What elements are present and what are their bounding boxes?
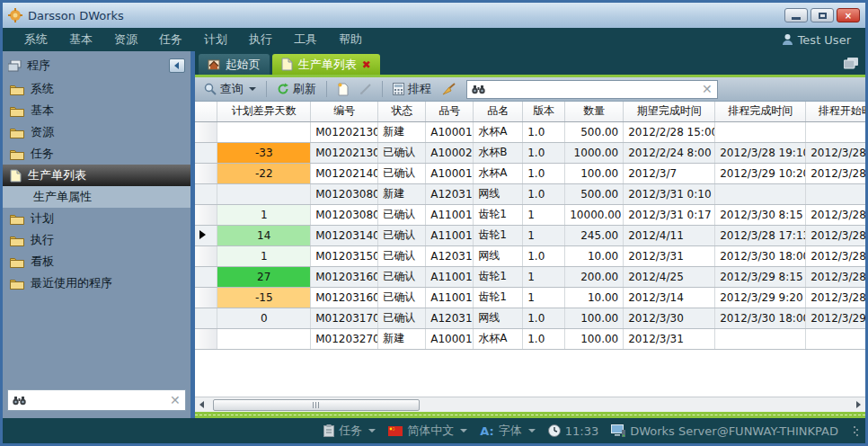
cell-item-no[interactable]: A11001: [426, 287, 474, 308]
cell-item-no[interactable]: A11001: [426, 225, 474, 245]
cell-sched-finish-time[interactable]: 2012/3/29 10:20: [715, 163, 806, 183]
cell-sched-finish-time[interactable]: 2012/3/29 9:20: [715, 287, 806, 308]
cell-plan-diff-days[interactable]: 0: [217, 308, 311, 328]
scroll-right-button[interactable]: [851, 398, 865, 412]
cell-status[interactable]: 已确认: [378, 245, 426, 266]
cell-plan-diff-days[interactable]: -33: [217, 142, 311, 163]
sidebar-item-10[interactable]: 最近使用的程序: [3, 272, 190, 294]
row-selector[interactable]: [195, 121, 217, 142]
resize-grip[interactable]: [853, 424, 858, 437]
refresh-button[interactable]: 刷新: [273, 79, 320, 99]
cell-status[interactable]: 新建: [378, 183, 426, 204]
sidebar-item-5[interactable]: 生产单列表: [3, 165, 190, 186]
cell-plan-diff-days[interactable]: 1: [217, 245, 311, 266]
cell-plan-diff-days[interactable]: [217, 183, 311, 204]
cell-item-name[interactable]: 水杯A: [474, 121, 523, 142]
column-header-2[interactable]: 编号: [311, 102, 378, 121]
sidebar-item-7[interactable]: 计划: [3, 208, 190, 229]
cell-status[interactable]: 已确认: [378, 308, 426, 328]
table-row[interactable]: 14M012031402已确认A11001齿轮11245.002012/4/11…: [195, 225, 865, 245]
cell-sched-start-time[interactable]: 2012/3/28 10:52: [806, 245, 865, 266]
cell-version[interactable]: 1.0: [523, 328, 565, 349]
column-header-6[interactable]: 版本: [523, 102, 565, 121]
cell-item-no[interactable]: A11001: [426, 204, 474, 225]
current-user[interactable]: Test User: [782, 33, 855, 47]
cell-sched-finish-time[interactable]: 2012/3/28 19:10: [715, 142, 806, 163]
status-task-menu[interactable]: 任务: [323, 423, 376, 439]
menu-item-2[interactable]: 基本: [58, 28, 103, 51]
cell-order-no[interactable]: M012031701: [311, 308, 378, 328]
query-dropdown-caret-icon[interactable]: [249, 87, 256, 91]
cell-order-no[interactable]: M012030801: [311, 183, 378, 204]
status-font-menu[interactable]: A: 字体: [480, 423, 536, 439]
cell-sched-finish-time[interactable]: [715, 121, 806, 142]
tab-close-icon[interactable]: ✖: [362, 58, 371, 71]
row-selector[interactable]: [195, 266, 217, 287]
cell-order-no[interactable]: M012031402: [311, 225, 378, 245]
cell-plan-diff-days[interactable]: 1: [217, 204, 311, 225]
cell-expected-finish-time[interactable]: 2012/3/30: [624, 308, 715, 328]
table-row[interactable]: M012021301新建A10001水杯A1.0500.002012/2/28 …: [195, 121, 865, 142]
row-selector[interactable]: [195, 245, 217, 266]
cell-item-no[interactable]: A10001: [426, 121, 474, 142]
row-selector[interactable]: [195, 287, 217, 308]
cell-item-no[interactable]: A10002: [426, 142, 474, 163]
menu-item-4[interactable]: 任务: [148, 28, 193, 51]
cell-expected-finish-time[interactable]: 2012/2/28 15:00: [624, 121, 715, 142]
cell-plan-diff-days[interactable]: 14: [217, 225, 311, 245]
column-header-10[interactable]: 排程开始时间: [806, 102, 865, 121]
table-row[interactable]: -15M012031602已确认A11001齿轮1110.002012/3/14…: [195, 287, 865, 308]
cell-sched-start-time[interactable]: 2012/3/28 10:52: [806, 225, 865, 245]
cell-sched-finish-time[interactable]: [715, 183, 806, 204]
cell-status[interactable]: 新建: [378, 121, 426, 142]
row-selector[interactable]: [195, 308, 217, 328]
menu-item-3[interactable]: 资源: [103, 28, 148, 51]
sidebar-item-8[interactable]: 执行: [3, 229, 190, 251]
cell-version[interactable]: 1.0: [523, 183, 565, 204]
cell-status[interactable]: 已确认: [378, 266, 426, 287]
cell-qty[interactable]: 500.00: [565, 183, 624, 204]
cell-item-name[interactable]: 水杯A: [474, 163, 523, 183]
cell-version[interactable]: 1: [523, 225, 565, 245]
cell-order-no[interactable]: M012032701: [311, 328, 378, 349]
column-header-5[interactable]: 品名: [474, 102, 523, 121]
cell-plan-diff-days[interactable]: -15: [217, 287, 311, 308]
cell-version[interactable]: 1.0: [523, 308, 565, 328]
cell-status[interactable]: 已确认: [378, 163, 426, 183]
row-selector[interactable]: [195, 225, 217, 245]
cell-item-name[interactable]: 齿轮1: [474, 225, 523, 245]
maximize-button[interactable]: [810, 8, 834, 22]
cell-qty[interactable]: 10.00: [565, 287, 624, 308]
table-row[interactable]: -22M012021401已确认A10001水杯A1.0100.002012/3…: [195, 163, 865, 183]
cell-item-no[interactable]: A12031: [426, 308, 474, 328]
cell-version[interactable]: 1.0: [523, 121, 565, 142]
minimize-button[interactable]: [784, 8, 808, 22]
cell-version[interactable]: 1: [523, 204, 565, 225]
sidebar-item-9[interactable]: 看板: [3, 251, 190, 272]
cell-status[interactable]: 已确认: [378, 225, 426, 245]
schedule-button[interactable]: 排程: [389, 79, 435, 99]
cell-order-no[interactable]: M012021302: [311, 142, 378, 163]
cell-order-no[interactable]: M012021301: [311, 121, 378, 142]
cell-sched-finish-time[interactable]: 2012/3/28 17:13: [715, 225, 806, 245]
cell-item-name[interactable]: 水杯A: [474, 328, 523, 349]
cell-expected-finish-time[interactable]: 2012/2/24 8:00: [624, 142, 715, 163]
cell-qty[interactable]: 245.00: [565, 225, 624, 245]
cell-order-no[interactable]: M012021401: [311, 163, 378, 183]
sidebar-item-6[interactable]: 生产单属性: [3, 186, 190, 208]
cell-plan-diff-days[interactable]: -22: [217, 163, 311, 183]
cell-order-no[interactable]: M012031602: [311, 287, 378, 308]
table-row[interactable]: 1M012030802已确认A11001齿轮1110000.002012/3/3…: [195, 204, 865, 225]
table-row[interactable]: 0M012031701已确认A12031网线1.0100.002012/3/30…: [195, 308, 865, 328]
status-language-menu[interactable]: 简体中文: [388, 423, 467, 439]
cell-item-name[interactable]: 水杯B: [474, 142, 523, 163]
row-selector[interactable]: [195, 183, 217, 204]
sidebar-search-input[interactable]: [31, 394, 165, 406]
row-selector[interactable]: [195, 328, 217, 349]
cell-sched-finish-time[interactable]: 2012/3/29 8:15: [715, 266, 806, 287]
cell-qty[interactable]: 1000.00: [565, 142, 624, 163]
row-selector[interactable]: [195, 142, 217, 163]
column-header-4[interactable]: 品号: [426, 102, 474, 121]
cell-sched-start-time[interactable]: 2012/3/28 10:52: [806, 266, 865, 287]
cell-item-no[interactable]: A11001: [426, 266, 474, 287]
